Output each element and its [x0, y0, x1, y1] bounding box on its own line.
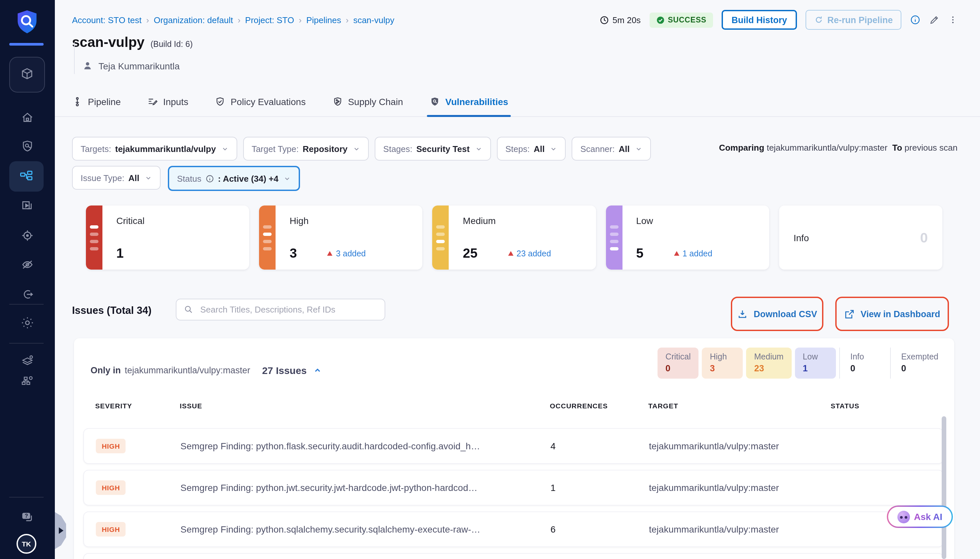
sidebar-item-executions[interactable]	[0, 199, 55, 213]
issue-occurrences: 1	[541, 482, 649, 493]
chevron-right-icon: ›	[238, 15, 241, 25]
col-status: STATUS	[831, 402, 934, 410]
help-chat-icon: ?	[20, 510, 35, 525]
added-count: 1 added	[674, 249, 712, 258]
low-card[interactable]: Low 5 1 added	[606, 205, 769, 270]
expand-arrow-icon	[59, 527, 63, 534]
issues-total-heading: Issues (Total 34)	[72, 304, 152, 316]
left-nav-sidebar: ? TK	[0, 0, 55, 559]
breadcrumb-current-pipeline[interactable]: scan-vulpy	[353, 15, 394, 25]
issue-type-filter-dropdown[interactable]: Issue Type:All	[72, 166, 160, 190]
issue-title: Semgrep Finding: python.jwt.security.jwt…	[180, 482, 541, 493]
sidebar-item-targets[interactable]	[0, 228, 55, 243]
tab-policy-evaluations[interactable]: Policy Evaluations	[215, 86, 306, 117]
stages-filter-dropdown[interactable]: Stages:Security Test	[375, 137, 491, 160]
sidebar-item-pipelines-active[interactable]	[9, 161, 44, 192]
info-icon	[205, 174, 214, 183]
col-severity: SEVERITY	[95, 402, 180, 410]
issue-row[interactable]: HIGH Semgrep Finding: python.flask.secur…	[83, 428, 944, 464]
avatar-initials: TK	[22, 540, 31, 548]
tab-pipeline[interactable]: Pipeline	[72, 86, 121, 117]
download-csv-button[interactable]: Download CSV	[733, 308, 821, 320]
critical-card[interactable]: Critical 1	[86, 205, 249, 270]
issue-occurrences: 4	[541, 441, 649, 451]
target-type-filter-dropdown[interactable]: Target Type:Repository	[243, 137, 369, 160]
kebab-menu-icon[interactable]	[948, 15, 957, 25]
chevron-down-icon	[550, 145, 557, 152]
issue-target: tejakummarikuntla/vulpy:master	[649, 524, 831, 534]
table-scrollbar[interactable]	[942, 416, 946, 559]
sidebar-item-get-started[interactable]	[0, 288, 55, 301]
added-count: 23 added	[508, 249, 551, 258]
only-in-label: Only in	[91, 366, 121, 375]
card-label: Critical	[116, 215, 238, 226]
tab-bar: Pipeline Inputs Policy Evaluations Suppl…	[72, 86, 508, 117]
ask-ai-button[interactable]: Ask AI	[887, 506, 953, 528]
chip-critical: Critical0	[658, 347, 699, 379]
triangle-up-icon	[674, 251, 679, 256]
high-card[interactable]: High 3 3 added	[259, 205, 422, 270]
scan-shield-icon	[20, 139, 35, 153]
breadcrumb-organization[interactable]: Organization: default	[154, 15, 233, 25]
status-badge: SUCCESS	[649, 12, 713, 27]
scanner-filter-dropdown[interactable]: Scanner:All	[572, 137, 651, 160]
sidebar-item-scans[interactable]	[0, 139, 55, 153]
user-avatar[interactable]: TK	[17, 534, 36, 554]
added-count: 3 added	[327, 249, 366, 258]
targets-filter-dropdown[interactable]: Targets:tejakummarikuntla/vulpy	[72, 137, 237, 160]
rerun-pipeline-button[interactable]: Re-run Pipeline	[806, 10, 901, 30]
build-id-label: (Build Id: 6)	[150, 40, 193, 49]
sidebar-item-settings[interactable]	[0, 316, 55, 330]
scrollbar-thumb[interactable]	[942, 416, 946, 559]
group-issue-count: 27 Issues	[262, 365, 307, 376]
issue-row[interactable]: HIGH Semgrep Finding: python.jwt.securit…	[83, 470, 944, 506]
tab-supply-chain[interactable]: Supply Chain	[332, 86, 403, 117]
tab-vulnerabilities[interactable]: Vulnerabilities	[430, 86, 508, 117]
card-label: Medium	[463, 215, 585, 226]
breadcrumb: Account: STO test› Organization: default…	[72, 15, 394, 25]
sidebar-item-module-selector[interactable]	[9, 57, 45, 93]
targets-icon	[20, 228, 35, 243]
severity-badge: HIGH	[96, 439, 126, 453]
chevron-down-icon	[353, 145, 360, 152]
chevron-right-icon: ›	[345, 15, 349, 25]
tab-inputs[interactable]: Inputs	[147, 86, 188, 117]
chip-low: Low1	[795, 347, 836, 379]
sidebar-item-home[interactable]	[0, 111, 55, 125]
breadcrumb-account[interactable]: Account: STO test	[72, 15, 142, 25]
annotation-box-download: Download CSV	[731, 297, 823, 331]
edit-pencil-icon[interactable]	[929, 15, 940, 25]
info-icon[interactable]	[910, 15, 921, 25]
issue-row[interactable]: HIGH Semgrep Finding: python.sqlalchemy.…	[83, 511, 944, 547]
breadcrumb-project[interactable]: Project: STO	[245, 15, 294, 25]
issue-row[interactable]: MEDIUM A Flask app appears to be run wit…	[83, 553, 944, 559]
chevron-up-icon[interactable]	[313, 366, 322, 375]
chip-exempted: Exempted0	[890, 347, 946, 379]
steps-filter-dropdown[interactable]: Steps:All	[497, 137, 566, 160]
search-input[interactable]	[199, 304, 377, 315]
breadcrumb-pipelines[interactable]: Pipelines	[306, 15, 341, 25]
ai-robot-icon	[897, 511, 910, 523]
card-value: 1	[116, 246, 124, 261]
medium-card[interactable]: Medium 25 23 added	[433, 205, 596, 270]
sidebar-divider	[9, 343, 44, 344]
view-in-dashboard-button[interactable]: View in Dashboard	[840, 308, 944, 320]
refresh-icon	[814, 15, 823, 25]
build-history-button[interactable]: Build History	[722, 10, 797, 30]
hidden-eye-icon	[20, 258, 35, 271]
sidebar-item-help[interactable]: ?	[0, 510, 55, 525]
severity-gauge-icon	[86, 205, 102, 270]
sidebar-item-organization-settings[interactable]	[0, 374, 55, 388]
sidebar-item-default-settings[interactable]	[0, 354, 55, 368]
severity-gauge-icon	[606, 205, 622, 270]
issues-panel: Only in tejakummarikuntla/vulpy:master 2…	[74, 338, 954, 559]
card-label: High	[289, 215, 412, 226]
col-occurrences: OCCURRENCES	[540, 402, 648, 410]
chip-high: High3	[702, 347, 743, 379]
info-card[interactable]: Info 0	[779, 205, 942, 270]
sto-shield-magnifier-logo[interactable]	[15, 8, 40, 35]
issues-search[interactable]	[176, 299, 385, 321]
status-filter-dropdown[interactable]: Status : Active (34) +4	[168, 166, 300, 191]
sidebar-item-hidden-targets[interactable]	[0, 258, 55, 271]
card-label: Low	[636, 215, 758, 226]
